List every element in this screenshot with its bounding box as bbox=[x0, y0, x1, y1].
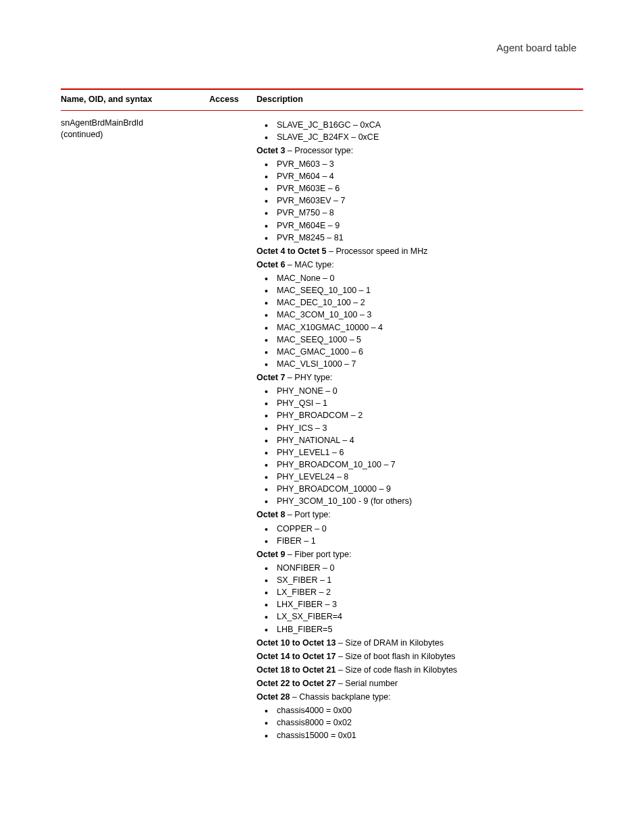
desc-list-octet3: PVR_M603 – 3 PVR_M604 – 4 PVR_M603E – 6 … bbox=[257, 158, 578, 244]
octet14-17-label: Octet 14 to Octet 17 bbox=[257, 652, 336, 661]
list-item: PHY_NONE – 0 bbox=[265, 385, 578, 397]
list-item: PVR_M604E – 9 bbox=[265, 219, 578, 232]
octet4-5-line: Octet 4 to Octet 5 – Processor speed in … bbox=[257, 245, 578, 257]
list-item: FIBER – 1 bbox=[265, 535, 578, 547]
octet14-17-text: – Size of boot flash in Kilobytes bbox=[336, 652, 455, 661]
octet3-line: Octet 3 – Processor type: bbox=[257, 145, 578, 157]
desc-list-octet7: PHY_NONE – 0 PHY_QSI – 1 PHY_BROADCOM – … bbox=[257, 385, 578, 507]
octet28-text: – Chassis backplane type: bbox=[290, 692, 390, 702]
list-item: SLAVE_JC_B16GC – 0xCA bbox=[265, 119, 578, 131]
list-item: PHY_BROADCOM – 2 bbox=[265, 409, 578, 421]
octet10-13-label: Octet 10 to Octet 13 bbox=[257, 638, 336, 648]
oid-name: snAgentBrdMainBrdId bbox=[61, 118, 204, 130]
octet3-label: Octet 3 bbox=[257, 146, 285, 155]
list-item: PHY_QSI – 1 bbox=[265, 397, 578, 409]
octet4-5-label: Octet 4 to Octet 5 bbox=[257, 246, 327, 256]
cell-access bbox=[209, 110, 257, 746]
octet28-line: Octet 28 – Chassis backplane type: bbox=[257, 691, 578, 703]
desc-list-octet28: chassis4000 = 0x00 chassis8000 = 0x02 ch… bbox=[257, 704, 578, 741]
octet6-line: Octet 6 – MAC type: bbox=[257, 259, 578, 271]
list-item: PHY_NATIONAL – 4 bbox=[265, 434, 578, 446]
list-item: PVR_M8245 – 81 bbox=[265, 232, 578, 244]
list-item: PHY_LEVEL24 – 8 bbox=[265, 471, 578, 483]
list-item: COPPER – 0 bbox=[265, 523, 578, 535]
list-item: PVR_M603E – 6 bbox=[265, 182, 578, 194]
list-item: SX_FIBER – 1 bbox=[265, 574, 578, 586]
octet9-label: Octet 9 bbox=[257, 550, 285, 559]
octet22-27-line: Octet 22 to Octet 27 – Serial number bbox=[257, 677, 578, 689]
desc-list-initial: SLAVE_JC_B16GC – 0xCA SLAVE_JC_B24FX – 0… bbox=[257, 119, 578, 143]
octet7-line: Octet 7 – PHY type: bbox=[257, 371, 578, 384]
list-item: chassis15000 = 0x01 bbox=[265, 729, 578, 741]
list-item: PVR_M750 – 8 bbox=[265, 207, 578, 219]
cell-name: snAgentBrdMainBrdId (continued) bbox=[61, 110, 209, 746]
list-item: MAC_DEC_10_100 – 2 bbox=[265, 296, 578, 309]
octet9-text: – Fiber port type: bbox=[285, 550, 351, 559]
list-item: SLAVE_JC_B24FX – 0xCE bbox=[265, 131, 578, 143]
list-item: PHY_ICS – 3 bbox=[265, 422, 578, 434]
octet8-line: Octet 8 – Port type: bbox=[257, 509, 578, 521]
list-item: PHY_BROADCOM_10000 – 9 bbox=[265, 483, 578, 495]
octet3-text: – Processor type: bbox=[285, 146, 353, 155]
col-header-access: Access bbox=[209, 90, 257, 110]
list-item: MAC_SEEQ_10_100 – 1 bbox=[265, 284, 578, 296]
octet22-27-text: – Serial number bbox=[336, 679, 398, 688]
octet14-17-line: Octet 14 to Octet 17 – Size of boot flas… bbox=[257, 650, 578, 662]
octet7-text: – PHY type: bbox=[285, 373, 332, 382]
list-item: PHY_3COM_10_100 - 9 (for others) bbox=[265, 495, 578, 507]
col-header-description: Description bbox=[257, 90, 583, 110]
continued-label: (continued) bbox=[61, 129, 204, 141]
col-header-name: Name, OID, and syntax bbox=[61, 90, 209, 110]
mib-table: Name, OID, and syntax Access Description… bbox=[61, 90, 583, 746]
list-item: MAC_None – 0 bbox=[265, 272, 578, 284]
list-item: PHY_LEVEL1 – 6 bbox=[265, 446, 578, 459]
octet8-text: – Port type: bbox=[285, 510, 330, 519]
octet10-13-text: – Size of DRAM in Kilobytes bbox=[336, 638, 444, 648]
list-item: PVR_M604 – 4 bbox=[265, 170, 578, 182]
octet4-5-text: – Processor speed in MHz bbox=[327, 246, 428, 256]
octet6-label: Octet 6 bbox=[257, 260, 285, 269]
list-item: PVR_M603EV – 7 bbox=[265, 194, 578, 207]
list-item: NONFIBER – 0 bbox=[265, 562, 578, 574]
list-item: chassis8000 = 0x02 bbox=[265, 716, 578, 729]
octet18-21-line: Octet 18 to Octet 21 – Size of code flas… bbox=[257, 664, 578, 676]
list-item: LHB_FIBER=5 bbox=[265, 623, 578, 635]
list-item: PHY_BROADCOM_10_100 – 7 bbox=[265, 459, 578, 471]
list-item: PVR_M603 – 3 bbox=[265, 158, 578, 170]
octet18-21-label: Octet 18 to Octet 21 bbox=[257, 665, 336, 675]
list-item: LHX_FIBER – 3 bbox=[265, 598, 578, 610]
desc-list-octet8: COPPER – 0 FIBER – 1 bbox=[257, 523, 578, 547]
octet28-label: Octet 28 bbox=[257, 692, 290, 702]
octet10-13-line: Octet 10 to Octet 13 – Size of DRAM in K… bbox=[257, 637, 578, 649]
octet9-line: Octet 9 – Fiber port type: bbox=[257, 548, 578, 561]
desc-list-octet6: MAC_None – 0 MAC_SEEQ_10_100 – 1 MAC_DEC… bbox=[257, 272, 578, 370]
octet8-label: Octet 8 bbox=[257, 510, 285, 519]
list-item: MAC_VLSI_1000 – 7 bbox=[265, 358, 578, 370]
list-item: LX_FIBER – 2 bbox=[265, 586, 578, 598]
list-item: LX_SX_FIBER=4 bbox=[265, 610, 578, 623]
list-item: MAC_SEEQ_1000 – 5 bbox=[265, 334, 578, 346]
list-item: MAC_GMAC_1000 – 6 bbox=[265, 346, 578, 358]
list-item: chassis4000 = 0x00 bbox=[265, 704, 578, 716]
table-header-row: Name, OID, and syntax Access Description bbox=[61, 90, 583, 110]
list-item: MAC_3COM_10_100 – 3 bbox=[265, 309, 578, 321]
octet22-27-label: Octet 22 to Octet 27 bbox=[257, 679, 336, 688]
desc-list-octet9: NONFIBER – 0 SX_FIBER – 1 LX_FIBER – 2 L… bbox=[257, 562, 578, 635]
table-row: snAgentBrdMainBrdId (continued) SLAVE_JC… bbox=[61, 110, 583, 746]
page-header-title: Agent board table bbox=[61, 41, 583, 55]
cell-description: SLAVE_JC_B16GC – 0xCA SLAVE_JC_B24FX – 0… bbox=[257, 110, 583, 746]
octet7-label: Octet 7 bbox=[257, 373, 285, 382]
octet18-21-text: – Size of code flash in Kilobytes bbox=[336, 665, 457, 675]
list-item: MAC_X10GMAC_10000 – 4 bbox=[265, 321, 578, 334]
octet6-text: – MAC type: bbox=[285, 260, 333, 269]
